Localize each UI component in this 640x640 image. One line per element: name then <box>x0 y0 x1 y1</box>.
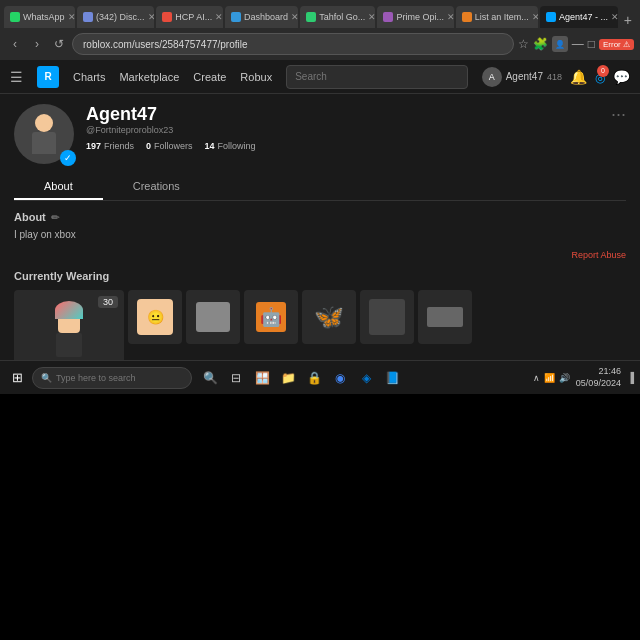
taskbar-edge-icon[interactable]: ◈ <box>356 368 376 388</box>
tab-about[interactable]: About <box>14 174 103 200</box>
minimize-button[interactable]: — <box>572 37 584 51</box>
bookmark-icon[interactable]: ☆ <box>518 37 529 51</box>
robux-badge: 0 <box>597 65 609 77</box>
address-input[interactable] <box>72 33 514 55</box>
wearing-title: Currently Wearing <box>14 270 626 282</box>
new-tab-button[interactable]: + <box>620 12 636 28</box>
robux-icon[interactable]: ◎ 0 <box>595 69 605 85</box>
wearing-item-wings[interactable]: 🦋 <box>302 290 356 344</box>
wearing-item-pants[interactable]: 🤖 <box>244 290 298 344</box>
tab-dashboard[interactable]: Dashboard ✕ <box>225 6 298 28</box>
char-body <box>56 333 82 357</box>
start-button[interactable]: ⊞ <box>6 367 28 389</box>
tab-agent47[interactable]: Agent47 - ... ✕ <box>540 6 618 28</box>
tab-hcp[interactable]: HCP AI... ✕ <box>156 6 223 28</box>
clock[interactable]: 21:46 05/09/2024 <box>576 366 621 389</box>
search-icon: 🔍 <box>41 373 52 383</box>
avatar-badge: ✓ <box>60 150 76 166</box>
extra-item-1 <box>369 299 405 335</box>
stat-following: 14 Following <box>205 141 256 151</box>
taskbar-chrome-icon[interactable]: ◉ <box>330 368 350 388</box>
followers-count: 0 <box>146 141 151 151</box>
wearing-item-face[interactable]: 😐 <box>128 290 182 344</box>
tab-whatsapp[interactable]: WhatsApp ✕ <box>4 6 75 28</box>
tab-close-prime[interactable]: ✕ <box>447 12 454 22</box>
wearing-main-preview: 30 <box>14 290 124 360</box>
maximize-button[interactable]: □ <box>588 37 595 51</box>
pants-item: 🤖 <box>256 302 286 332</box>
tab-close-agent47[interactable]: ✕ <box>611 12 618 22</box>
tab-close-dashboard[interactable]: ✕ <box>291 12 298 22</box>
tray-expand[interactable]: ∧ <box>533 373 540 383</box>
taskbar-app1-icon[interactable]: 📘 <box>382 368 402 388</box>
taskbar-search-icon[interactable]: 🔍 <box>200 368 220 388</box>
nav-user[interactable]: A Agent47 418 <box>482 67 562 87</box>
search-input[interactable] <box>286 65 468 89</box>
tab-label-tahfol: Tahfol Go... <box>319 12 365 22</box>
profile-tabs: About Creations <box>14 174 626 201</box>
about-section-title: About ✏ <box>14 211 626 223</box>
taskbar-lock-icon[interactable]: 🔒 <box>304 368 324 388</box>
tab-creations[interactable]: Creations <box>103 174 210 200</box>
profile-username: Agent47 <box>86 104 599 125</box>
extensions-icon[interactable]: 🧩 <box>533 37 548 51</box>
network-icon[interactable]: 📶 <box>544 373 555 383</box>
taskbar-store-icon[interactable]: 🪟 <box>252 368 272 388</box>
nav-link-marketplace[interactable]: Marketplace <box>119 71 179 83</box>
tab-discord[interactable]: (342) Disc... ✕ <box>77 6 154 28</box>
taskbar-search[interactable]: 🔍 Type here to search <box>32 367 192 389</box>
tab-close-hcp[interactable]: ✕ <box>215 12 223 22</box>
hamburger-icon[interactable]: ☰ <box>10 69 23 85</box>
profile-icon[interactable]: 👤 <box>552 36 568 52</box>
tab-favicon-agent47 <box>546 12 556 22</box>
forward-button[interactable]: › <box>28 35 46 53</box>
taskbar: ⊞ 🔍 Type here to search 🔍 ⊟ 🪟 📁 🔒 ◉ ◈ 📘 … <box>0 360 640 394</box>
nav-link-charts[interactable]: Charts <box>73 71 105 83</box>
nav-link-robux[interactable]: Robux <box>240 71 272 83</box>
following-label: Following <box>218 141 256 151</box>
clock-time: 21:46 <box>598 366 621 378</box>
refresh-button[interactable]: ↺ <box>50 35 68 53</box>
back-button[interactable]: ‹ <box>6 35 24 53</box>
currently-wearing-section: Currently Wearing 30 😐 <box>14 270 626 360</box>
tab-favicon-discord <box>83 12 93 22</box>
show-desktop-button[interactable]: ▐ <box>627 372 634 383</box>
wearing-item-shirt[interactable] <box>186 290 240 344</box>
extra-item-2 <box>427 307 463 327</box>
profile-header: ✓ Agent47 @Fortniteproroblox23 197 Frien… <box>14 104 626 164</box>
wearing-item-extra2[interactable] <box>418 290 472 344</box>
tab-label-dashboard: Dashboard <box>244 12 288 22</box>
more-options-button[interactable]: ··· <box>611 104 626 125</box>
tab-label-prime: Prime Opi... <box>396 12 444 22</box>
stat-friends: 197 Friends <box>86 141 134 151</box>
report-abuse-link[interactable]: Report Abuse <box>14 250 626 260</box>
tab-label-list: List an Item... <box>475 12 529 22</box>
tab-close-discord[interactable]: ✕ <box>148 12 155 22</box>
avatar: A <box>482 67 502 87</box>
taskbar-files-icon[interactable]: 📁 <box>278 368 298 388</box>
edit-icon[interactable]: ✏ <box>51 212 59 223</box>
tab-close-list[interactable]: ✕ <box>532 12 538 22</box>
wearing-count-badge: 30 <box>98 296 118 308</box>
nav-link-create[interactable]: Create <box>193 71 226 83</box>
wearing-row: 30 😐 🤖 <box>14 290 626 360</box>
error-badge: Error ⚠ <box>599 39 634 50</box>
roblox-logo[interactable]: R <box>37 66 59 88</box>
taskbar-widgets-icon[interactable]: ⊟ <box>226 368 246 388</box>
tab-favicon-hcp <box>162 12 172 22</box>
tab-close-tahfol[interactable]: ✕ <box>368 12 375 22</box>
chat-icon[interactable]: 💬 <box>613 69 630 85</box>
tab-prime[interactable]: Prime Opi... ✕ <box>377 6 453 28</box>
shirt-item <box>196 302 230 332</box>
notifications-icon[interactable]: 🔔 <box>570 69 587 85</box>
volume-icon[interactable]: 🔊 <box>559 373 570 383</box>
clock-date: 05/09/2024 <box>576 378 621 390</box>
wearing-item-extra1[interactable] <box>360 290 414 344</box>
bottom-black-area <box>0 394 640 640</box>
tab-tahfol[interactable]: Tahfol Go... ✕ <box>300 6 375 28</box>
about-text: I play on xbox <box>14 229 626 240</box>
tab-close-whatsapp[interactable]: ✕ <box>68 12 75 22</box>
profile-info: Agent47 @Fortniteproroblox23 197 Friends… <box>86 104 599 151</box>
tab-favicon-tahfol <box>306 12 316 22</box>
tab-list[interactable]: List an Item... ✕ <box>456 6 538 28</box>
